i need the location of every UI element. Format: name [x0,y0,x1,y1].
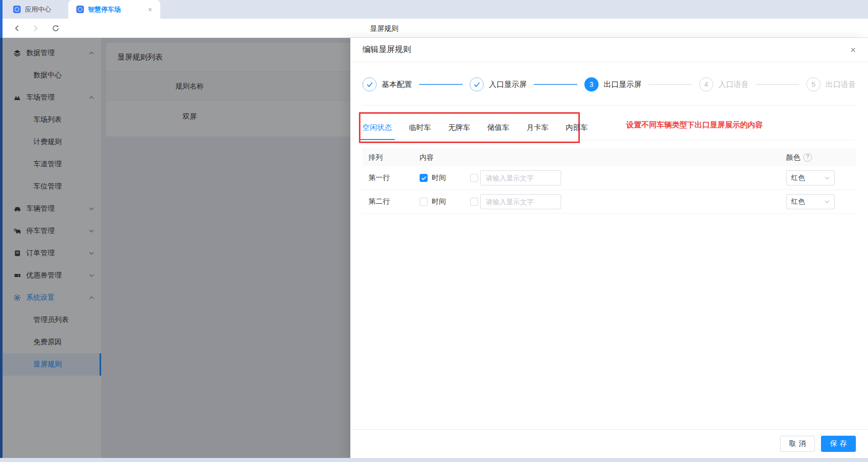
step-basic-config[interactable]: 基本配置 [362,77,412,91]
step-label: 基本配置 [382,80,412,89]
step-check-icon [470,77,484,91]
header-content: 内容 [420,148,434,166]
table-row: 第二行 时间 红色 [362,190,856,214]
browser-tab-bar: 应用中心 智慧停车场 × [0,0,868,19]
app-center-icon [13,6,21,13]
display-content-table: 排列 内容 颜色 ? 第一行 时间 [362,148,856,214]
nav-bar: 显屏规则 [0,19,868,38]
step-connector [419,84,463,85]
table-header: 排列 内容 颜色 ? [362,148,856,166]
time-checkbox-label: 时间 [432,197,446,206]
forward-icon[interactable] [29,22,41,34]
workspace: 数据管理 数据中心 车场管理 车场列表 计费规则 车道管理 车位管理 车辆管理 [0,38,868,458]
step-number: 5 [806,77,820,91]
step-label: 出口显示屏 [604,80,642,89]
edit-display-rule-drawer: 编辑显屏规则 × 基本配置 入口显示屏 [350,38,868,458]
chevron-down-icon [825,200,830,203]
step-entry-display[interactable]: 入口显示屏 [470,77,527,91]
tab-stored-value-car[interactable]: 储值车 [487,116,510,140]
drawer-footer: 取消 保存 [350,429,868,458]
step-connector [534,84,577,85]
custom-text-checkbox[interactable] [470,174,478,182]
step-label: 入口语音 [718,80,749,89]
tab-monthly-card-car[interactable]: 月卡车 [527,116,549,140]
browser-tab-app-center[interactable]: 应用中心 [5,0,59,19]
row-label: 第二行 [369,197,390,206]
step-entry-voice[interactable]: 4 入口语音 [699,77,749,91]
refresh-icon[interactable] [50,22,62,34]
display-text-input[interactable] [480,194,561,209]
custom-text-checkbox[interactable] [470,198,478,206]
step-label: 入口显示屏 [489,80,527,89]
tab-temporary-car[interactable]: 临时车 [409,116,431,140]
close-icon[interactable]: × [850,45,856,55]
step-check-icon [362,77,377,91]
step-number: 4 [699,77,713,91]
step-exit-display[interactable]: 3 出口显示屏 [584,77,642,91]
drawer-body: 基本配置 入口显示屏 3 出口显示屏 4 入口语音 [350,62,868,429]
browser-tab-label: 应用中心 [25,5,51,14]
chevron-down-icon [825,176,830,179]
tab-close-icon[interactable]: × [148,6,152,14]
step-exit-voice[interactable]: 5 出口语音 [806,77,856,91]
tab-idle-status[interactable]: 空闲状态 [362,116,392,140]
help-icon[interactable]: ? [803,153,812,162]
parking-app-icon [76,6,84,13]
time-checkbox[interactable] [420,198,428,206]
time-checkbox-label: 时间 [432,173,446,182]
step-connector [756,84,799,85]
step-connector [649,84,692,85]
color-select-value: 红色 [791,173,805,182]
color-select[interactable]: 红色 [786,194,835,209]
tab-unlicensed-car[interactable]: 无牌车 [448,116,471,140]
steps-wizard: 基本配置 入口显示屏 3 出口显示屏 4 入口语音 [362,62,856,106]
browser-tab-label: 智慧停车场 [88,5,121,14]
step-label: 出口语音 [826,80,856,89]
back-icon[interactable] [11,22,23,34]
header-color: 颜色 [786,148,800,166]
cancel-button[interactable]: 取消 [780,436,815,452]
browser-tab-smart-parking[interactable]: 智慧停车场 × [68,0,160,19]
page-title: 显屏规则 [324,19,445,38]
drawer-header: 编辑显屏规则 × [350,38,868,62]
annotation-text: 设置不同车辆类型下出口显屏展示的内容 [626,120,763,130]
window-bottom-edge [0,458,868,462]
header-arrange: 排列 [369,148,383,166]
time-checkbox[interactable] [420,174,428,182]
drawer-title: 编辑显屏规则 [362,44,411,55]
color-select[interactable]: 红色 [786,170,835,186]
save-button[interactable]: 保存 [821,436,856,452]
color-select-value: 红色 [791,197,805,206]
vehicle-type-tabs: 空闲状态 临时车 无牌车 储值车 月卡车 内部车 设置不同车辆类型下出口显屏展示… [362,116,856,140]
display-text-input[interactable] [480,170,561,186]
tab-internal-car[interactable]: 内部车 [566,116,588,140]
modal-overlay[interactable] [0,38,350,458]
table-row: 第一行 时间 红色 [362,166,856,190]
row-label: 第一行 [369,173,390,182]
step-number: 3 [584,77,599,91]
